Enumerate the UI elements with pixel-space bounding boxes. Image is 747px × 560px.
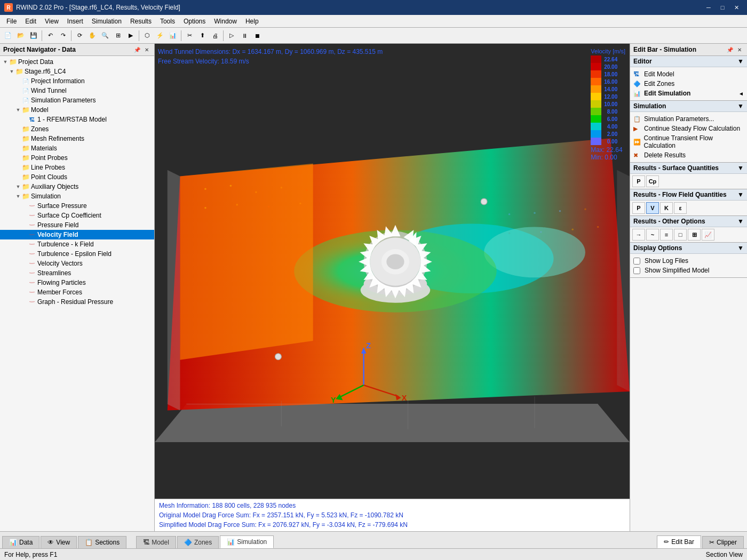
tree-item-point-probes[interactable]: 📁Point Probes bbox=[0, 153, 154, 163]
tree-item-wind-tunnel[interactable]: 📄Wind Tunnel bbox=[0, 86, 154, 95]
tb-fit[interactable]: ⊞ bbox=[112, 30, 124, 42]
tree-item-surface-cp[interactable]: 〰Surface Cp Coefficient bbox=[0, 211, 154, 220]
other-chart-btn[interactable]: 📈 bbox=[702, 229, 714, 241]
steady-flow-item[interactable]: ▶ Continue Steady Flow Calculation bbox=[633, 124, 744, 133]
tb-export[interactable]: ⬆ bbox=[196, 30, 208, 42]
tb-results[interactable]: 📊 bbox=[167, 30, 179, 42]
menu-item-tools[interactable]: Tools bbox=[156, 17, 179, 26]
3d-scene[interactable]: Z Y X bbox=[155, 44, 630, 499]
tree-item-turbulence-eps[interactable]: 〰Turbulence - Epsilon Field bbox=[0, 249, 154, 259]
tb-mesh[interactable]: ⬡ bbox=[141, 30, 153, 42]
tb-undo[interactable]: ↶ bbox=[44, 30, 56, 42]
right-panel-close[interactable]: ✕ bbox=[735, 45, 744, 54]
tab-zones[interactable]: 🔷 Zones bbox=[177, 536, 219, 548]
delete-results-item[interactable]: ✖ Delete Results bbox=[633, 150, 744, 160]
menu-item-results[interactable]: Results bbox=[126, 17, 156, 26]
tree-item-graph-residual[interactable]: 〰Graph - Residual Pressure bbox=[0, 297, 154, 307]
other-arrows-btn[interactable]: → bbox=[632, 229, 645, 241]
menu-item-window[interactable]: Window bbox=[210, 17, 241, 26]
menu-item-help[interactable]: Help bbox=[241, 17, 263, 26]
tree-item-simulation[interactable]: ▼📁Simulation bbox=[0, 191, 154, 201]
flow-p-btn[interactable]: P bbox=[632, 202, 645, 214]
color-label: 12.00 bbox=[603, 94, 617, 100]
panel-close-btn[interactable]: ✕ bbox=[142, 45, 151, 54]
show-model-check[interactable] bbox=[633, 267, 640, 274]
tb-zoom[interactable]: 🔍 bbox=[99, 30, 111, 42]
tb-pan[interactable]: ✋ bbox=[86, 30, 98, 42]
tree-item-model[interactable]: ▼📁Model bbox=[0, 105, 154, 115]
menu-item-edit[interactable]: Edit bbox=[21, 17, 41, 26]
menu-item-view[interactable]: View bbox=[41, 17, 63, 26]
tree-item-velocity-vectors[interactable]: 〰Velocity Vectors bbox=[0, 259, 154, 268]
other-grid-btn[interactable]: ⊞ bbox=[688, 229, 701, 241]
tab-clipper[interactable]: ✂ Clipper bbox=[702, 536, 744, 548]
tree-item-member-forces[interactable]: 〰Member Forces bbox=[0, 287, 154, 297]
tab-data[interactable]: 📊 Data bbox=[2, 536, 39, 548]
tree-item-project-data[interactable]: ▼📁Project Data bbox=[0, 57, 154, 67]
tb-open[interactable]: 📂 bbox=[15, 30, 27, 42]
surface-cp-btn[interactable]: Cp bbox=[646, 175, 659, 187]
color-label: 8.00 bbox=[603, 109, 617, 115]
tb-play[interactable]: ▷ bbox=[226, 30, 237, 42]
close-button[interactable]: ✕ bbox=[730, 2, 743, 13]
tab-sections[interactable]: 📋 Sections bbox=[78, 536, 126, 548]
tree-item-streamlines[interactable]: 〰Streamlines bbox=[0, 268, 154, 278]
menu-item-options[interactable]: Options bbox=[179, 17, 210, 26]
tree-item-rfem-model[interactable]: 🏗1 - RFEM/RSTAB Model bbox=[0, 115, 154, 124]
tree-item-flowing-particles[interactable]: 〰Flowing Particles bbox=[0, 278, 154, 287]
edit-zones-item[interactable]: 🔷 Edit Zones bbox=[633, 79, 744, 89]
tb-save[interactable]: 💾 bbox=[28, 30, 39, 42]
tree-item-zones[interactable]: 📁Zones bbox=[0, 124, 154, 134]
other-lines-btn[interactable]: ≡ bbox=[660, 229, 673, 241]
tree-item-pressure-field[interactable]: 〰Pressure Field bbox=[0, 220, 154, 230]
tree-item-proj-info[interactable]: 📄Project Information bbox=[0, 76, 154, 86]
tree-toggle-rfem-model bbox=[21, 116, 28, 123]
tree-item-mesh-ref[interactable]: 📁Mesh Refinements bbox=[0, 134, 154, 143]
tb-pause[interactable]: ⏸ bbox=[239, 30, 250, 42]
tree-label-zones: Zones bbox=[31, 125, 49, 133]
tab-model[interactable]: 🏗 Model bbox=[136, 536, 176, 548]
tb-rotate[interactable]: ⟳ bbox=[74, 30, 85, 42]
menu-item-simulation[interactable]: Simulation bbox=[88, 17, 126, 26]
tree-item-stage[interactable]: ▼📁Stage.rf6_LC4 bbox=[0, 67, 154, 76]
sim-params-item[interactable]: 📋 Simulation Parameters... bbox=[633, 114, 744, 124]
tb-sim[interactable]: ⚡ bbox=[154, 30, 166, 42]
right-panel-pin[interactable]: 📌 bbox=[726, 45, 734, 54]
tree-item-line-probes[interactable]: 📁Line Probes bbox=[0, 163, 154, 172]
restore-button[interactable]: □ bbox=[716, 2, 729, 13]
tab-simulation[interactable]: 📊 Simulation bbox=[220, 535, 274, 548]
flow-eps-btn[interactable]: ε bbox=[674, 202, 687, 214]
show-log-check[interactable] bbox=[633, 258, 640, 265]
other-stream-btn[interactable]: ~ bbox=[646, 229, 659, 241]
tb-print[interactable]: 🖨 bbox=[209, 30, 221, 42]
tb-render[interactable]: ▶ bbox=[125, 30, 137, 42]
tree-item-materials[interactable]: 📁Materials bbox=[0, 143, 154, 153]
show-model-item[interactable]: Show Simplified Model bbox=[633, 266, 744, 275]
show-log-item[interactable]: Show Log Files bbox=[633, 256, 744, 266]
tree-item-sim-params[interactable]: 📄Simulation Parameters bbox=[0, 95, 154, 105]
tree-item-velocity-field[interactable]: 〰Velocity Field bbox=[0, 230, 154, 239]
menu-item-file[interactable]: File bbox=[2, 17, 21, 26]
tb-new[interactable]: 📄 bbox=[2, 30, 14, 42]
viewport[interactable]: Wind Tunnel Dimensions: Dx = 1634.167 m,… bbox=[155, 44, 630, 531]
transient-flow-item[interactable]: ⏩ Continue Transient Flow Calculation bbox=[633, 133, 744, 150]
tab-view[interactable]: 👁 View bbox=[41, 536, 77, 548]
tb-stop[interactable]: ⏹ bbox=[251, 30, 263, 42]
edit-model-item[interactable]: 🏗 Edit Model bbox=[633, 69, 744, 79]
other-box-btn[interactable]: □ bbox=[674, 229, 687, 241]
tree-item-aux-objects[interactable]: ▼📁Auxiliary Objects bbox=[0, 182, 154, 191]
surface-p-btn[interactable]: P bbox=[632, 175, 645, 187]
tree-item-point-clouds[interactable]: 📁Point Clouds bbox=[0, 172, 154, 182]
tb-redo[interactable]: ↷ bbox=[57, 30, 69, 42]
tree-item-turbulence-k[interactable]: 〰Turbulence - k Field bbox=[0, 239, 154, 249]
flow-v-btn[interactable]: V bbox=[646, 202, 659, 214]
minimize-button[interactable]: ─ bbox=[702, 2, 715, 13]
tab-editbar[interactable]: ✏ Edit Bar bbox=[657, 535, 701, 548]
edit-simulation-item[interactable]: 📊 Edit Simulation ◄ bbox=[633, 89, 744, 98]
panel-pin-btn[interactable]: 📌 bbox=[133, 45, 141, 54]
tb-clip[interactable]: ✂ bbox=[184, 30, 195, 42]
menu-item-insert[interactable]: Insert bbox=[63, 17, 88, 26]
tree-item-surface-pressure[interactable]: 〰Surface Pressure bbox=[0, 201, 154, 211]
tree-icon-rfem-model: 🏗 bbox=[28, 116, 36, 123]
flow-k-btn[interactable]: K bbox=[660, 202, 673, 214]
